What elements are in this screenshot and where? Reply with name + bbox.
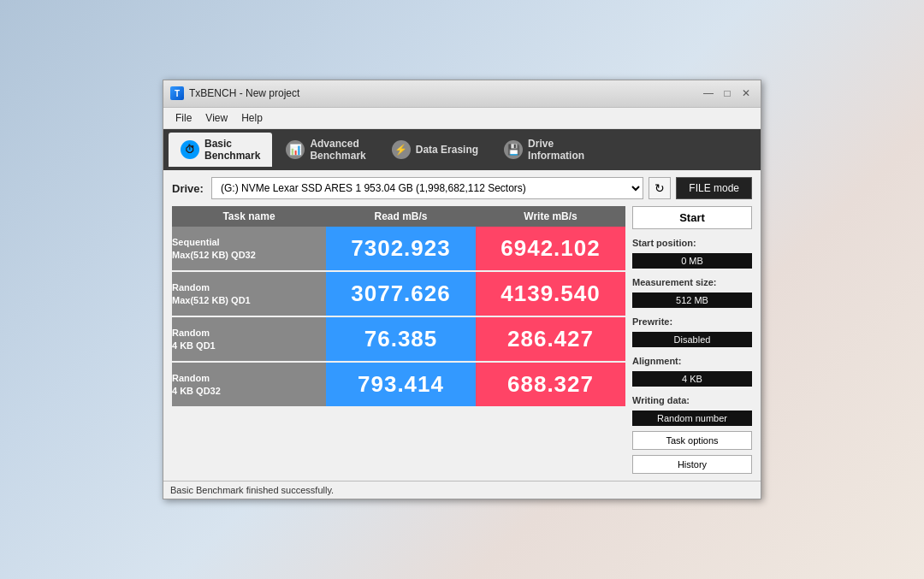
tab-data-erasing[interactable]: ⚡ Data Erasing <box>380 133 490 168</box>
menu-view[interactable]: View <box>198 109 234 127</box>
write-cell-3: 688.327 <box>476 362 625 407</box>
app-icon: T <box>170 86 184 100</box>
main-content: Drive: (G:) NVMe Lexar SSD ARES 1 953.04… <box>163 170 761 481</box>
write-value-1: 4139.540 <box>476 272 625 316</box>
start-position-value: 0 MB <box>632 253 752 269</box>
menu-file[interactable]: File <box>169 109 198 127</box>
right-panel: Start Start position: 0 MB Measurement s… <box>632 206 752 474</box>
file-mode-button[interactable]: FILE mode <box>676 177 752 199</box>
tab-advanced-label2: Benchmark <box>310 150 365 162</box>
close-button[interactable]: ✕ <box>738 86 754 101</box>
prewrite-value: Disabled <box>632 332 752 347</box>
writing-data-label: Writing data: <box>632 395 752 405</box>
tab-basic-label2: Benchmark <box>204 150 260 162</box>
read-value-3: 793.414 <box>326 363 476 406</box>
drive-select[interactable]: (G:) NVMe Lexar SSD ARES 1 953.04 GB (1,… <box>211 177 643 199</box>
tab-erasing-label1: Data Erasing <box>416 144 478 156</box>
advanced-benchmark-icon: 📊 <box>286 140 305 159</box>
task-options-button[interactable]: Task options <box>632 431 752 450</box>
col-write: Write mB/s <box>476 206 625 227</box>
title-bar-left: T TxBENCH - New project <box>170 86 299 100</box>
table-area: Task name Read mB/s Write mB/s Sequentia… <box>172 206 625 474</box>
task-cell-0: SequentialMax(512 KB) QD32 <box>172 227 326 271</box>
window-controls: — □ ✕ <box>701 86 754 101</box>
tab-advanced-label1: Advanced <box>310 138 365 150</box>
content-area: Task name Read mB/s Write mB/s Sequentia… <box>172 206 752 474</box>
write-cell-0: 6942.102 <box>476 227 625 271</box>
start-position-label: Start position: <box>632 238 752 248</box>
history-button[interactable]: History <box>632 455 752 474</box>
write-cell-2: 286.427 <box>476 316 625 362</box>
write-value-2: 286.427 <box>476 317 625 361</box>
read-value-1: 3077.626 <box>326 272 476 316</box>
tab-drive-information[interactable]: 💾 Drive Information <box>492 133 596 168</box>
alignment-value: 4 KB <box>632 371 752 387</box>
task-cell-2: Random4 KB QD1 <box>172 316 326 362</box>
tab-drive-label2: Information <box>528 150 584 162</box>
results-table: Task name Read mB/s Write mB/s Sequentia… <box>172 206 625 408</box>
basic-benchmark-icon: ⏱ <box>181 140 199 159</box>
write-value-0: 6942.102 <box>476 227 625 270</box>
measurement-size-label: Measurement size: <box>632 277 752 287</box>
tab-basic-label1: Basic <box>204 138 260 150</box>
window-title: TxBENCH - New project <box>189 87 299 99</box>
task-cell-1: RandomMax(512 KB) QD1 <box>172 271 326 316</box>
prewrite-label: Prewrite: <box>632 316 752 327</box>
read-cell-2: 76.385 <box>326 316 476 362</box>
write-cell-1: 4139.540 <box>476 271 625 316</box>
table-row: SequentialMax(512 KB) QD32 7302.923 6942… <box>172 227 625 271</box>
menu-bar: File View Help <box>163 108 761 129</box>
main-window: T TxBENCH - New project — □ ✕ File View … <box>163 80 761 500</box>
drive-information-icon: 💾 <box>504 140 523 159</box>
tab-basic-benchmark[interactable]: ⏱ Basic Benchmark <box>169 133 272 168</box>
status-text: Basic Benchmark finished successfully. <box>170 485 754 495</box>
writing-data-value: Random number <box>632 411 752 426</box>
tab-drive-label1: Drive <box>528 138 584 150</box>
col-task: Task name <box>172 206 326 227</box>
read-value-0: 7302.923 <box>326 227 476 270</box>
measurement-size-value: 512 MB <box>632 292 752 308</box>
title-bar: T TxBENCH - New project — □ ✕ <box>163 80 761 108</box>
start-button[interactable]: Start <box>632 206 752 229</box>
minimize-button[interactable]: — <box>701 86 716 101</box>
table-row: RandomMax(512 KB) QD1 3077.626 4139.540 <box>172 271 625 316</box>
maximize-button[interactable]: □ <box>720 86 735 101</box>
col-read: Read mB/s <box>326 206 476 227</box>
read-cell-3: 793.414 <box>326 362 476 407</box>
toolbar: ⏱ Basic Benchmark 📊 Advanced Benchmark ⚡… <box>163 129 761 171</box>
read-cell-0: 7302.923 <box>326 227 476 271</box>
drive-label: Drive: <box>172 182 206 195</box>
status-bar: Basic Benchmark finished successfully. <box>163 481 761 499</box>
read-value-2: 76.385 <box>326 317 476 361</box>
alignment-label: Alignment: <box>632 356 752 366</box>
write-value-3: 688.327 <box>476 363 625 406</box>
task-cell-3: Random4 KB QD32 <box>172 362 326 407</box>
drive-refresh-button[interactable]: ↻ <box>649 177 671 199</box>
table-row: Random4 KB QD1 76.385 286.427 <box>172 316 625 362</box>
tab-advanced-benchmark[interactable]: 📊 Advanced Benchmark <box>274 133 377 168</box>
data-erasing-icon: ⚡ <box>392 140 411 159</box>
drive-row: Drive: (G:) NVMe Lexar SSD ARES 1 953.04… <box>172 177 752 199</box>
table-row: Random4 KB QD32 793.414 688.327 <box>172 362 625 407</box>
read-cell-1: 3077.626 <box>326 271 476 316</box>
menu-help[interactable]: Help <box>234 109 270 127</box>
